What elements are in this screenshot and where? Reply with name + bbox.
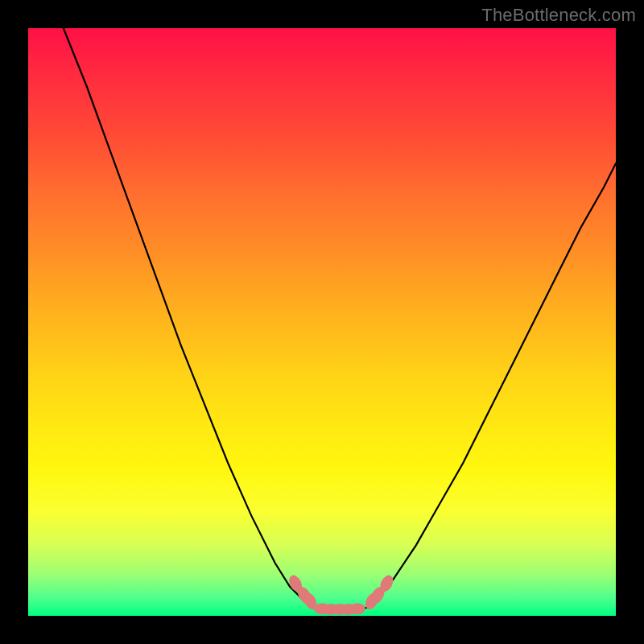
chart-frame: TheBottleneck.com [0, 0, 644, 644]
watermark-text: TheBottleneck.com [481, 5, 636, 26]
left-curve [64, 28, 302, 598]
curve-svg [28, 28, 616, 616]
marker-dot [349, 603, 365, 614]
right-curve [378, 163, 616, 598]
plot-area [28, 28, 616, 616]
marker-group [287, 573, 396, 615]
